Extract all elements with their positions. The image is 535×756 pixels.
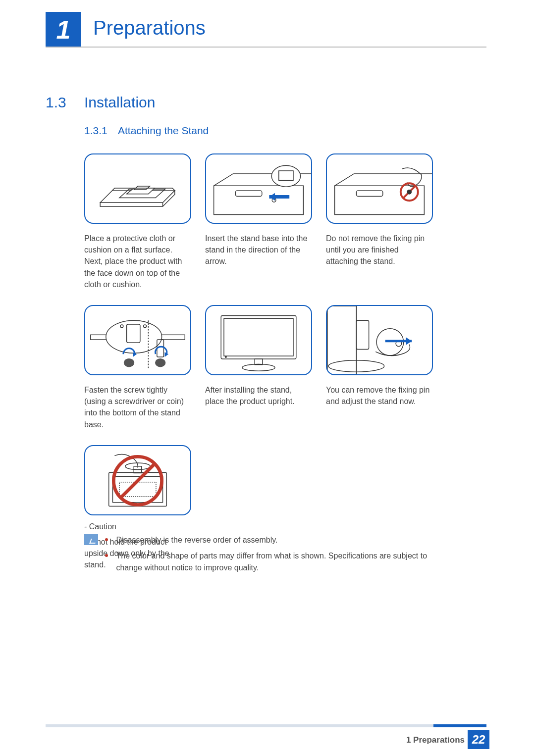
svg-rect-0 — [214, 186, 304, 214]
step-figure-5 — [205, 305, 312, 375]
chapter-tab: 1 — [46, 12, 81, 48]
svg-point-10 — [106, 320, 162, 353]
svg-point-8 — [407, 190, 412, 195]
step-caption: You can remove the fixing pin and adjust… — [326, 384, 433, 407]
svg-rect-20 — [255, 359, 263, 365]
step-figure-3 — [326, 153, 433, 224]
header-divider — [46, 47, 486, 48]
step-figure-1 — [84, 153, 191, 224]
caution-figure — [84, 445, 191, 515]
svg-point-22 — [225, 356, 227, 358]
page-number: 22 — [468, 730, 489, 749]
svg-point-21 — [242, 364, 275, 371]
svg-point-3 — [271, 165, 300, 187]
footer-divider — [46, 724, 486, 727]
step-cell: Place a protective cloth or cushion on a… — [84, 153, 191, 290]
caution-label: - Caution — [84, 522, 191, 531]
step-caption: Fasten the screw tightly (using a screwd… — [84, 384, 191, 430]
footer-chapter-ref: 1 Preparations — [406, 735, 465, 745]
note-item: The color and shape of parts may differ … — [105, 550, 437, 574]
subsection-number: 1.3.1 — [84, 125, 107, 137]
step-caption: Insert the stand base into the stand in … — [205, 233, 312, 267]
svg-rect-28 — [109, 472, 167, 506]
figure-grid: Place a protective cloth or cushion on a… — [84, 153, 441, 570]
chapter-number: 1 — [56, 15, 71, 45]
step-cell: Fasten the screw tightly (using a screwd… — [84, 305, 191, 430]
subsection-title: Attaching the Stand — [118, 125, 209, 137]
note-item: Disassembly is the reverse order of asse… — [105, 534, 437, 546]
step-caption: After installing the stand, place the pr… — [205, 384, 312, 407]
step-caption: Place a protective cloth or cushion on a… — [84, 233, 191, 290]
svg-point-15 — [124, 358, 134, 367]
step-cell: Insert the stand base into the stand in … — [205, 153, 312, 290]
note-icon — [84, 534, 98, 545]
svg-point-16 — [155, 358, 165, 367]
svg-rect-24 — [356, 320, 369, 349]
step-figure-4 — [84, 305, 191, 375]
notes-block: Disassembly is the reverse order of asse… — [84, 534, 441, 578]
step-cell: After installing the stand, place the pr… — [205, 305, 312, 430]
step-cell: Do not remove the fixing pin until you a… — [326, 153, 433, 290]
section-title: Installation — [84, 94, 155, 111]
step-figure-2 — [205, 153, 312, 224]
chapter-title: Preparations — [93, 17, 206, 39]
note-list: Disassembly is the reverse order of asse… — [105, 534, 437, 578]
section-number: 1.3 — [46, 94, 66, 111]
step-cell: You can remove the fixing pin and adjust… — [326, 305, 433, 430]
svg-rect-19 — [224, 318, 293, 356]
step-caption: Do not remove the fixing pin until you a… — [326, 233, 433, 267]
step-figure-6 — [326, 305, 433, 375]
svg-rect-23 — [327, 306, 356, 374]
